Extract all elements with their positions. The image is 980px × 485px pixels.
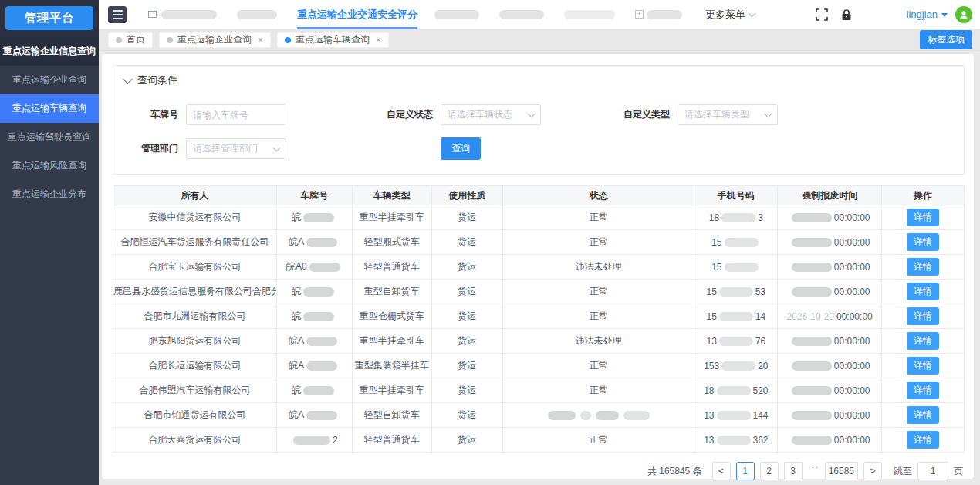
status-select[interactable]: 请选择车辆状态 bbox=[441, 104, 541, 125]
menu-toggle-icon[interactable] bbox=[108, 6, 127, 23]
page-button-1[interactable]: 1 bbox=[736, 462, 755, 480]
table-row: 合肥长运运输有限公司皖A重型集装箱半挂车货运正常1532000:00:00详情 bbox=[113, 354, 965, 378]
status-cell bbox=[503, 403, 694, 428]
redacted-text bbox=[596, 411, 619, 420]
type-select[interactable]: 请选择车辆类型 bbox=[678, 104, 778, 125]
page-button-3[interactable]: 3 bbox=[784, 462, 803, 480]
nav-tab-redacted[interactable] bbox=[237, 0, 277, 29]
redacted-text bbox=[717, 386, 751, 395]
breadcrumb-tab-3[interactable]: 重点运输车辆查询× bbox=[277, 32, 389, 48]
fullscreen-icon[interactable] bbox=[816, 8, 828, 21]
redacted-text bbox=[719, 337, 753, 346]
dept-select[interactable]: 请选择管理部门 bbox=[186, 138, 286, 159]
phone-text: 14 bbox=[755, 311, 765, 322]
redacted-text bbox=[647, 10, 682, 19]
page-button-16585[interactable]: 16585 bbox=[825, 462, 858, 480]
close-icon[interactable]: × bbox=[376, 35, 381, 46]
scrap-time-cell: 00:00:00 bbox=[778, 378, 882, 403]
sidebar-item-4[interactable]: 重点运输风险查询 bbox=[0, 151, 99, 180]
plate-input[interactable] bbox=[186, 104, 286, 125]
sidebar-item-2[interactable]: 重点运输车辆查询 bbox=[0, 94, 99, 123]
tag-options-button[interactable]: 标签选项 bbox=[920, 30, 972, 49]
redacted-text bbox=[721, 213, 755, 222]
detail-button[interactable]: 详情 bbox=[907, 258, 939, 276]
detail-button[interactable]: 详情 bbox=[907, 209, 939, 226]
nav-tab-redacted[interactable] bbox=[499, 0, 544, 29]
lock-icon[interactable] bbox=[840, 8, 853, 21]
prev-page-button[interactable]: < bbox=[712, 462, 731, 480]
more-menu-button[interactable]: 更多菜单 bbox=[705, 8, 755, 22]
user-menu[interactable]: lingjian bbox=[907, 6, 972, 23]
column-header: 车牌号 bbox=[276, 186, 352, 205]
detail-button[interactable]: 详情 bbox=[907, 406, 939, 424]
nav-tab-redacted[interactable]: + bbox=[635, 0, 682, 29]
type-select-placeholder: 请选择车辆类型 bbox=[684, 108, 749, 121]
phone-text: 18 bbox=[704, 385, 714, 396]
redacted-text bbox=[303, 312, 334, 321]
detail-button[interactable]: 详情 bbox=[907, 233, 939, 251]
status-cell: 正常 bbox=[503, 428, 694, 453]
sidebar-item-1[interactable]: 重点运输企业查询 bbox=[0, 66, 99, 94]
owner-cell: 合肥宝玉运输有限公司 bbox=[113, 255, 277, 280]
pagination: 共 165845 条 < 123···16585 > 跳至 页 bbox=[113, 462, 965, 480]
plate-text: 皖A bbox=[289, 236, 304, 247]
detail-button[interactable]: 详情 bbox=[907, 332, 939, 350]
nav-tab-redacted[interactable] bbox=[148, 0, 217, 29]
plate-text: 皖 bbox=[292, 286, 301, 297]
nav-tab-active[interactable]: 重点运输企业交通安全评分 bbox=[297, 0, 417, 29]
search-button[interactable]: 查询 bbox=[441, 137, 481, 160]
breadcrumb-tab-2[interactable]: 重点运输企业查询× bbox=[159, 32, 271, 48]
scrap-time-text: 00:00:00 bbox=[834, 336, 870, 347]
scrap-time-text: 00:00:00 bbox=[834, 361, 870, 371]
page-unit-label: 页 bbox=[954, 465, 963, 478]
action-cell: 详情 bbox=[881, 304, 964, 329]
phone-text: 15 bbox=[707, 311, 717, 322]
plate-cell: 皖 bbox=[276, 280, 352, 304]
status-cell: 正常 bbox=[503, 378, 694, 403]
breadcrumb-tab-1[interactable]: 首页 bbox=[108, 32, 153, 48]
plate-cell: 皖 bbox=[276, 378, 352, 403]
phone-cell: 15320 bbox=[694, 354, 778, 378]
phone-cell: 13144 bbox=[694, 403, 778, 428]
redacted-text bbox=[499, 10, 544, 19]
redacted-text bbox=[434, 10, 479, 19]
vehicle-table: 所有人车牌号车辆类型使用性质状态手机号码强制报废时间操作 安徽中信货运有限公司皖… bbox=[113, 185, 965, 453]
jump-page-input[interactable] bbox=[917, 462, 948, 480]
owner-cell: 合肥长运运输有限公司 bbox=[113, 354, 277, 378]
page-button-2[interactable]: 2 bbox=[760, 462, 779, 480]
more-menu-label: 更多菜单 bbox=[705, 8, 745, 22]
detail-button[interactable]: 详情 bbox=[907, 357, 939, 375]
detail-button[interactable]: 详情 bbox=[907, 431, 939, 449]
next-page-button[interactable]: > bbox=[863, 462, 882, 480]
scrap-time-text: 00:00:00 bbox=[834, 435, 870, 446]
detail-button[interactable]: 详情 bbox=[907, 307, 939, 325]
phone-text: 15 bbox=[711, 262, 721, 273]
scrap-date-blurred: 2026-10-20 bbox=[787, 311, 834, 322]
detail-button[interactable]: 详情 bbox=[907, 283, 939, 300]
redacted-text bbox=[161, 10, 217, 19]
status-select-placeholder: 请选择车辆状态 bbox=[448, 108, 512, 121]
sidebar-item-5[interactable]: 重点运输企业分布 bbox=[0, 180, 99, 209]
owner-cell: 肥东旭阳货运有限公司 bbox=[113, 329, 277, 354]
redacted-text bbox=[792, 386, 832, 395]
scrap-time-text: 00:00:00 bbox=[834, 410, 870, 421]
avatar[interactable] bbox=[955, 6, 972, 23]
query-panel-collapse[interactable]: 查询条件 bbox=[124, 73, 953, 97]
close-icon[interactable]: × bbox=[258, 35, 263, 46]
status-cell: 正常 bbox=[503, 280, 694, 304]
action-cell: 详情 bbox=[881, 329, 964, 354]
redacted-text bbox=[306, 337, 337, 346]
nav-tab-redacted[interactable] bbox=[434, 0, 479, 29]
owner-cell: 安徽中信货运有限公司 bbox=[113, 205, 277, 230]
plate-text: 皖A bbox=[289, 335, 304, 346]
redacted-text bbox=[792, 436, 832, 445]
phone-text: 15 bbox=[707, 287, 717, 297]
sidebar-item-3[interactable]: 重点运输驾驶员查询 bbox=[0, 123, 99, 151]
redacted-text bbox=[792, 287, 832, 297]
redacted-text bbox=[303, 287, 334, 297]
table-header-row: 所有人车牌号车辆类型使用性质状态手机号码强制报废时间操作 bbox=[113, 186, 965, 205]
detail-button[interactable]: 详情 bbox=[907, 382, 939, 399]
redacted-text bbox=[719, 312, 753, 321]
nav-tab-redacted[interactable] bbox=[564, 0, 615, 29]
redacted-text bbox=[792, 361, 832, 371]
